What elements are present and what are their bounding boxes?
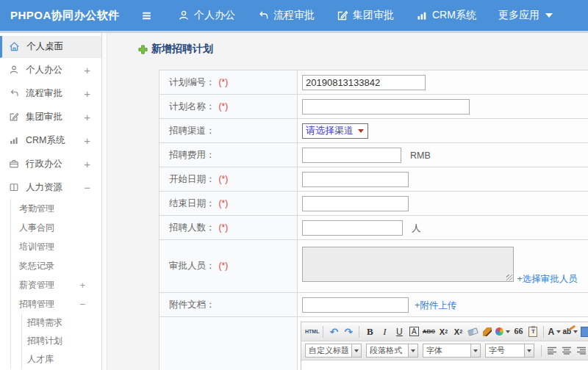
redo-button[interactable]: ↷ <box>342 324 355 339</box>
palette-icon <box>495 327 503 335</box>
sidebar-item-label: 奖惩记录 <box>19 260 54 272</box>
approvers-textarea[interactable] <box>302 247 514 282</box>
table-row: 附件文档： +附件上传 <box>159 293 588 317</box>
toolbar-separator <box>359 326 359 338</box>
font-family-value: 字体 <box>423 344 471 358</box>
table-row: 结束日期：(*) <box>159 192 588 216</box>
combo-caret-button[interactable] <box>525 344 534 358</box>
custom-title-select[interactable]: 自定义标题 <box>305 344 362 358</box>
paragraph-format-select[interactable]: 段落格式 <box>366 344 418 358</box>
fee-input[interactable] <box>302 148 401 163</box>
sidebar-item-talent-pool[interactable]: 人才库 <box>22 350 101 369</box>
fee-label: 招聘费用： <box>169 150 215 160</box>
collapse-toggle[interactable]: − <box>79 299 85 310</box>
sidebar-item-crm[interactable]: CRM系统 + <box>0 128 101 152</box>
strikethrough-button[interactable]: ABC <box>422 324 435 339</box>
combo-caret-button[interactable] <box>409 344 418 358</box>
hamburger-menu-icon <box>140 10 153 22</box>
char-border-button[interactable]: A <box>409 327 419 336</box>
underline-button[interactable]: U <box>392 324 406 339</box>
sidebar-item-workflow-approval[interactable]: 流程审批 + <box>0 81 101 105</box>
topnav-label: 个人办公 <box>194 9 235 22</box>
html-source-button[interactable]: HTML <box>305 324 319 339</box>
sidebar-item-label: 个人桌面 <box>26 40 63 53</box>
auto-typeset-button[interactable] <box>495 324 510 339</box>
editor-content-area[interactable] <box>301 360 588 370</box>
workflow-icon <box>9 88 19 98</box>
resize-handle[interactable] <box>506 275 512 280</box>
subscript-button[interactable]: X2 <box>451 324 465 339</box>
topnav-personal-office[interactable]: 个人办公 <box>178 9 235 22</box>
font-size-select[interactable]: 字号 <box>485 344 534 358</box>
plan-name-input[interactable] <box>302 99 470 115</box>
sidebar-item-desktop[interactable]: 个人桌面 <box>0 36 101 58</box>
sidebar-toggle-button[interactable] <box>134 10 159 22</box>
blockquote-button[interactable]: 66 <box>512 324 525 339</box>
highlight-color-button[interactable]: ab <box>562 324 578 339</box>
workflow-icon <box>257 10 269 21</box>
end-date-input[interactable] <box>302 196 409 211</box>
expand-toggle[interactable]: + <box>84 158 90 170</box>
combo-caret-button[interactable] <box>352 344 362 358</box>
remove-format-button[interactable] <box>466 324 479 339</box>
align-left-button[interactable] <box>545 344 559 358</box>
sidebar-item-hr-contract[interactable]: 人事合同 <box>11 218 101 237</box>
sidebar-item-admin-office[interactable]: 行政办公 + <box>0 152 101 175</box>
sidebar-item-label: 集团审批 <box>26 111 62 123</box>
hr-submenu: 考勤管理 人事合同 培训管理 奖惩记录 薪资管理 + 招聘管理 − 招聘需求 招… <box>10 199 101 369</box>
collapse-toggle[interactable]: − <box>84 181 90 194</box>
font-family-select[interactable]: 字体 <box>423 344 481 358</box>
sidebar-item-training[interactable]: 培训管理 <box>11 237 101 256</box>
end-date-label: 结束日期： <box>169 198 215 208</box>
sidebar-item-hr[interactable]: 人力资源 − <box>0 175 101 199</box>
headcount-input[interactable] <box>302 220 403 236</box>
combo-caret-button[interactable] <box>471 344 481 358</box>
channel-select-value: 请选择渠道 <box>306 124 354 137</box>
background-color-button[interactable] <box>579 324 588 339</box>
sidebar-item-personal-office[interactable]: 个人办公 + <box>0 58 101 81</box>
bold-button[interactable]: B <box>363 324 376 339</box>
caret-down-icon <box>545 13 553 18</box>
caret-down-icon <box>506 330 510 333</box>
align-center-button[interactable] <box>560 344 573 358</box>
expand-toggle[interactable]: + <box>84 64 90 76</box>
align-right-button[interactable] <box>575 344 588 358</box>
expand-toggle[interactable]: + <box>84 134 90 147</box>
expand-toggle[interactable]: + <box>84 87 90 100</box>
plan-no-input[interactable] <box>302 75 426 90</box>
topnav-crm[interactable]: CRM系统 <box>416 9 476 22</box>
topnav-more-apps[interactable]: 更多应用 <box>498 9 553 22</box>
topnav-workflow-approval[interactable]: 流程审批 <box>257 9 315 22</box>
undo-button[interactable]: ↶ <box>327 324 340 339</box>
attachment-input[interactable] <box>302 297 409 313</box>
format-painter-button[interactable] <box>481 324 494 339</box>
sidebar: 个人桌面 个人办公 + 流程审批 + 集团审批 + CRM系统 + 行政办公 + <box>0 33 101 370</box>
superscript-button[interactable]: X2 <box>437 324 450 339</box>
chart-icon <box>416 10 428 21</box>
sidebar-item-recruit-plan[interactable]: 招聘计划 <box>22 332 101 350</box>
required-mark: (*) <box>219 174 229 184</box>
italic-button[interactable]: I <box>378 324 391 339</box>
expand-toggle[interactable]: + <box>79 280 85 291</box>
sidebar-item-salary[interactable]: 薪资管理 + <box>11 275 101 294</box>
channel-select[interactable]: 请选择渠道 <box>302 123 368 139</box>
brush-icon <box>483 327 492 336</box>
sidebar-item-attendance[interactable]: 考勤管理 <box>11 199 101 218</box>
start-date-input[interactable] <box>302 172 409 187</box>
sidebar-item-group-approval[interactable]: 集团审批 + <box>0 105 101 128</box>
channel-label: 招聘渠道： <box>169 126 215 136</box>
expand-toggle[interactable]: + <box>84 111 90 123</box>
sidebar-item-rewards[interactable]: 奖惩记录 <box>11 256 101 275</box>
user-icon <box>9 65 19 75</box>
caret-down-icon <box>556 330 561 333</box>
table-row: 招聘人数：(*) 人 <box>159 216 588 240</box>
topnav-group-approval[interactable]: 集团审批 <box>337 9 394 22</box>
sidebar-item-recruitment[interactable]: 招聘管理 − <box>11 294 101 313</box>
select-approvers-link[interactable]: +选择审批人员 <box>517 273 577 286</box>
sidebar-item-label: 人事合同 <box>19 222 54 234</box>
paste-button[interactable]: T <box>526 324 539 339</box>
font-color-button[interactable]: A <box>548 324 561 339</box>
upload-attachment-link[interactable]: +附件上传 <box>415 300 456 311</box>
sidebar-scrollbar[interactable] <box>101 33 107 370</box>
sidebar-item-recruit-demand[interactable]: 招聘需求 <box>22 313 101 332</box>
